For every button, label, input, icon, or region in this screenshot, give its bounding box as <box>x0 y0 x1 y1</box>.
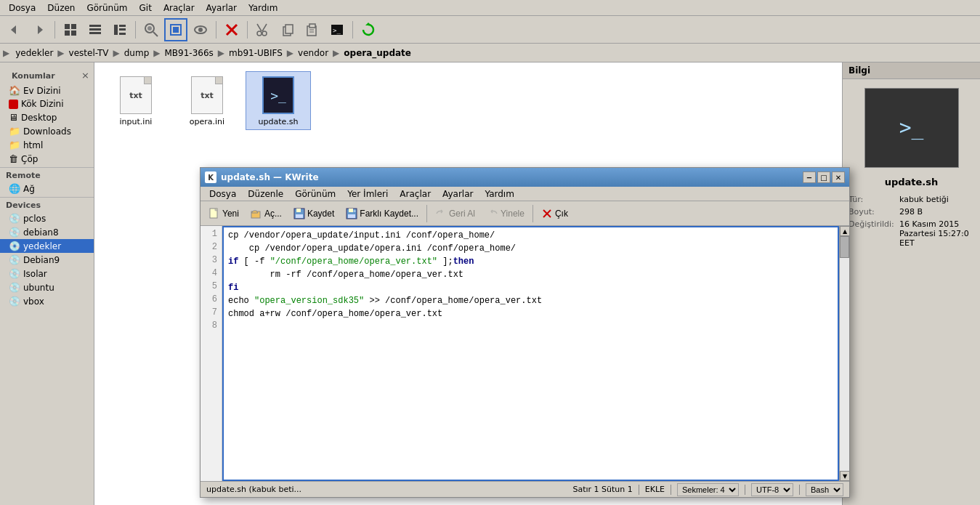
file-item-update-sh[interactable]: >_ update.sh <box>246 71 311 130</box>
info-filename: update.sh <box>882 174 941 190</box>
sidebar-item-debian8[interactable]: 💿 debian8 <box>0 225 94 239</box>
back-button[interactable] <box>3 18 26 41</box>
sidebar-label-downloads: Downloads <box>23 126 71 137</box>
info-row-modified: Değiştirildi: 16 Kasım 2015 Pazartesi 15… <box>849 218 974 249</box>
kwrite-sekmeler-select[interactable]: Sekmeler: 4 <box>677 483 739 496</box>
menu-araclar[interactable]: Araçlar <box>158 1 201 15</box>
kwrite-menu-ayarlar[interactable]: Ayarlar <box>437 188 479 200</box>
kwrite-new-button[interactable]: Yeni <box>203 203 244 224</box>
filter-button[interactable] <box>164 18 187 41</box>
menu-gorunum[interactable]: Görünüm <box>81 1 133 15</box>
home-icon: 🏠 <box>9 85 20 96</box>
line-num-8: 8 <box>205 319 217 332</box>
copy-button[interactable] <box>276 18 299 41</box>
menu-yardim[interactable]: Yardım <box>243 1 283 15</box>
line-num-1: 1 <box>205 227 217 241</box>
file-item-input-ini[interactable]: txt input.ini <box>103 71 169 130</box>
kwrite-menu-dosya[interactable]: Dosya <box>203 188 242 200</box>
view-list-button[interactable] <box>84 18 107 41</box>
kwrite-saveas-button[interactable]: + Farklı Kaydet... <box>341 203 424 224</box>
show-hidden-button[interactable] <box>189 18 212 41</box>
paste-button[interactable] <box>301 18 324 41</box>
breadcrumb-dump[interactable]: dump <box>121 47 153 59</box>
menu-dosya[interactable]: Dosya <box>3 1 41 15</box>
line-num-2: 2 <box>205 241 217 254</box>
svg-rect-3 <box>71 24 76 29</box>
kwrite-scrollbar-vertical[interactable]: ▲ ▼ <box>839 226 849 481</box>
refresh-button[interactable] <box>357 18 380 41</box>
breadcrumb-yedekler[interactable]: yedekler <box>12 47 56 59</box>
kwrite-menu-yardim[interactable]: Yardım <box>479 188 519 200</box>
sidebar-item-debian9[interactable]: 💿 Debian9 <box>0 253 94 267</box>
view-tree-button[interactable] <box>108 18 131 41</box>
scroll-down-arrow[interactable]: ▼ <box>840 471 849 481</box>
menu-ayarlar[interactable]: Ayarlar <box>201 1 243 15</box>
sidebar-item-ev-dizini[interactable]: 🏠 Ev Dizini <box>0 84 94 97</box>
svg-text:>_: >_ <box>333 27 341 34</box>
kwrite-save-button[interactable]: Kaydet <box>288 203 339 224</box>
kwrite-encoding-select[interactable]: UTF-8 <box>751 483 793 496</box>
kwrite-menu-araclar[interactable]: Araçlar <box>394 188 437 200</box>
sidebar-item-isolar[interactable]: 💿 Isolar <box>0 267 94 280</box>
cut-button[interactable] <box>251 18 275 41</box>
view-icons-button[interactable] <box>59 18 82 41</box>
sidebar-label-pclos: pclos <box>23 214 46 224</box>
scroll-thumb[interactable] <box>840 236 849 258</box>
kwrite-menubar: Dosya Düzenle Görünüm Yer İmleri Araçlar… <box>201 187 849 201</box>
scroll-track[interactable] <box>840 236 849 471</box>
kwrite-undo-button[interactable]: Geri Al <box>430 203 480 224</box>
kwrite-open-button[interactable]: Aç... <box>246 203 287 224</box>
sidebar-item-vbox[interactable]: 💿 vbox <box>0 294 94 308</box>
info-panel-title: Bilgi <box>843 62 980 79</box>
line-num-6: 6 <box>205 293 217 306</box>
svg-point-23 <box>262 31 267 36</box>
file-item-opera-ini[interactable]: txt opera.ini <box>174 71 240 130</box>
info-modified-value: 16 Kasım 2015 Pazartesi 15:27:0 EET <box>899 219 974 248</box>
line-num-3: 3 <box>205 254 217 267</box>
svg-point-22 <box>257 31 262 36</box>
sidebar-item-ag[interactable]: 🌐 Ağ <box>0 182 94 195</box>
sidebar-label-cop: Çöp <box>21 154 38 164</box>
kwrite-lang-select[interactable]: Bash <box>806 483 843 496</box>
kwrite-minimize-button[interactable]: − <box>803 171 816 183</box>
sep5 <box>352 21 353 39</box>
kwrite-status-filename: update.sh (kabuk beti... <box>206 485 567 494</box>
sidebar-item-ubuntu[interactable]: 💿 ubuntu <box>0 280 94 294</box>
breadcrumb-ubifs[interactable]: mb91-UBIFS <box>226 47 286 59</box>
forward-button[interactable] <box>28 18 51 41</box>
kwrite-menu-yerimleri[interactable]: Yer İmleri <box>341 188 394 200</box>
menu-duzen[interactable]: Düzen <box>41 1 81 15</box>
info-type-value: kabuk betiği <box>899 195 974 204</box>
kwrite-close-button[interactable]: ✕ <box>832 171 845 183</box>
menu-git[interactable]: Git <box>134 1 158 15</box>
sidebar-item-desktop[interactable]: 🖥 Desktop <box>0 110 94 124</box>
menu-bar: Dosya Düzen Görünüm Git Araçlar Ayarlar … <box>0 0 980 16</box>
kwrite-quit-button[interactable]: Çık <box>536 203 573 224</box>
kwrite-redo-button[interactable]: Yinele <box>482 203 530 224</box>
sidebar-item-pclos[interactable]: 💿 pclos <box>0 211 94 225</box>
disk-icon-vbox: 💿 <box>9 296 20 307</box>
breadcrumb-vendor[interactable]: vendor <box>295 47 331 59</box>
disk-icon-debian9: 💿 <box>9 254 20 265</box>
kwrite-menu-duzenle[interactable]: Düzenle <box>242 188 289 200</box>
delete-button[interactable] <box>220 18 243 41</box>
preview-button[interactable] <box>139 18 163 41</box>
kwrite-maximize-button[interactable]: □ <box>817 171 830 183</box>
sidebar-item-downloads[interactable]: 📁 Downloads <box>0 124 94 138</box>
breadcrumb-mb91[interactable]: MB91-366s <box>162 47 216 59</box>
scroll-up-arrow[interactable]: ▲ <box>840 226 849 236</box>
terminal-button[interactable]: >_ <box>325 18 349 41</box>
status-sep2 <box>671 485 671 495</box>
code-editor[interactable]: cp /vendor/opera_update/input.ini /conf/… <box>222 226 839 481</box>
disk-icon-ubuntu: 💿 <box>9 282 20 293</box>
svg-rect-9 <box>114 25 118 35</box>
breadcrumb-vestel-tv[interactable]: vestel-TV <box>66 47 112 59</box>
sidebar-item-yedekler[interactable]: 💿 yedekler <box>0 239 94 253</box>
sidebar-collapse-btn[interactable]: × <box>81 70 89 81</box>
kwrite-status-ekle: EKLE <box>645 485 665 494</box>
sidebar-item-cop[interactable]: 🗑 Çöp <box>0 152 94 166</box>
sidebar-item-html[interactable]: 📁 html <box>0 138 94 152</box>
sidebar-item-kok[interactable]: Kök Dizini <box>0 97 94 110</box>
kwrite-menu-gorunum[interactable]: Görünüm <box>289 188 341 200</box>
sep-3: ▶ <box>153 48 160 58</box>
